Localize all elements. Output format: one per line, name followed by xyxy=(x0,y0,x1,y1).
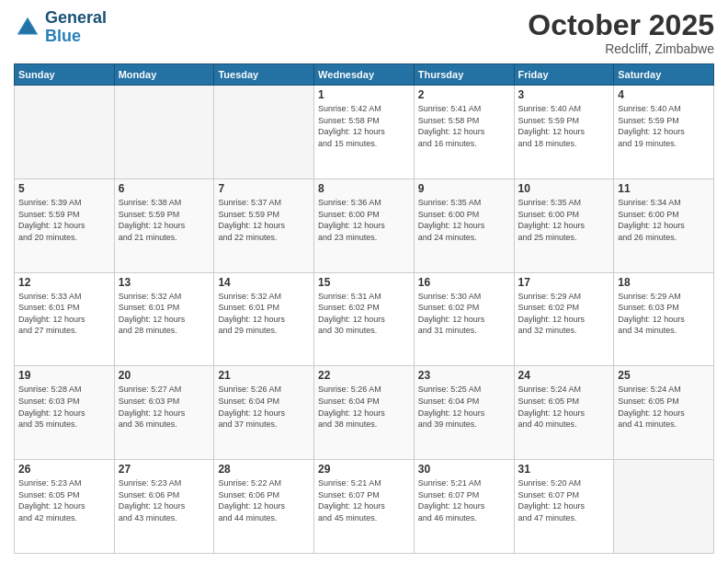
calendar-cell: 8Sunrise: 5:36 AM Sunset: 6:00 PM Daylig… xyxy=(314,178,415,272)
day-number: 11 xyxy=(618,182,710,195)
day-info: Sunrise: 5:28 AM Sunset: 6:03 PM Dayligh… xyxy=(18,384,110,430)
calendar-cell: 24Sunrise: 5:24 AM Sunset: 6:05 PM Dayli… xyxy=(514,366,614,460)
day-info: Sunrise: 5:22 AM Sunset: 6:06 PM Dayligh… xyxy=(218,477,310,523)
day-number: 13 xyxy=(119,276,210,289)
day-info: Sunrise: 5:30 AM Sunset: 6:02 PM Dayligh… xyxy=(418,291,510,337)
day-info: Sunrise: 5:42 AM Sunset: 5:58 PM Dayligh… xyxy=(318,103,410,149)
calendar-table: Sunday Monday Tuesday Wednesday Thursday… xyxy=(14,63,714,554)
day-info: Sunrise: 5:38 AM Sunset: 5:59 PM Dayligh… xyxy=(119,197,210,243)
day-number: 23 xyxy=(418,369,510,382)
calendar-cell: 12Sunrise: 5:33 AM Sunset: 6:01 PM Dayli… xyxy=(15,272,115,366)
location: Redcliff, Zimbabwe xyxy=(528,41,714,56)
day-info: Sunrise: 5:31 AM Sunset: 6:02 PM Dayligh… xyxy=(318,291,410,337)
day-number: 2 xyxy=(418,88,510,101)
day-number: 22 xyxy=(318,369,410,382)
day-number: 1 xyxy=(318,88,410,101)
header-sunday: Sunday xyxy=(15,64,115,86)
day-number: 24 xyxy=(518,369,610,382)
day-number: 5 xyxy=(18,182,110,195)
day-number: 25 xyxy=(618,369,710,382)
day-info: Sunrise: 5:24 AM Sunset: 6:05 PM Dayligh… xyxy=(618,384,710,430)
week-row-4: 19Sunrise: 5:28 AM Sunset: 6:03 PM Dayli… xyxy=(15,366,714,460)
calendar-cell: 1Sunrise: 5:42 AM Sunset: 5:58 PM Daylig… xyxy=(314,86,415,179)
day-number: 17 xyxy=(518,276,610,289)
day-number: 18 xyxy=(618,276,710,289)
day-number: 20 xyxy=(119,369,210,382)
day-info: Sunrise: 5:23 AM Sunset: 6:05 PM Dayligh… xyxy=(18,477,110,523)
day-number: 14 xyxy=(218,276,310,289)
day-number: 10 xyxy=(518,182,610,195)
day-number: 4 xyxy=(618,88,710,101)
calendar-cell: 13Sunrise: 5:32 AM Sunset: 6:01 PM Dayli… xyxy=(114,272,214,366)
day-info: Sunrise: 5:20 AM Sunset: 6:07 PM Dayligh… xyxy=(518,477,610,523)
calendar-cell: 2Sunrise: 5:41 AM Sunset: 5:58 PM Daylig… xyxy=(414,86,514,179)
logo-icon xyxy=(14,14,41,41)
header-wednesday: Wednesday xyxy=(314,64,415,86)
day-number: 29 xyxy=(318,463,410,476)
day-info: Sunrise: 5:32 AM Sunset: 6:01 PM Dayligh… xyxy=(119,291,210,337)
calendar-cell: 23Sunrise: 5:25 AM Sunset: 6:04 PM Dayli… xyxy=(414,366,514,460)
day-info: Sunrise: 5:27 AM Sunset: 6:03 PM Dayligh… xyxy=(119,384,210,430)
day-number: 31 xyxy=(518,463,610,476)
day-number: 3 xyxy=(518,88,610,101)
day-info: Sunrise: 5:29 AM Sunset: 6:03 PM Dayligh… xyxy=(618,291,710,337)
header-friday: Friday xyxy=(514,64,614,86)
day-info: Sunrise: 5:39 AM Sunset: 5:59 PM Dayligh… xyxy=(18,197,110,243)
calendar-cell: 20Sunrise: 5:27 AM Sunset: 6:03 PM Dayli… xyxy=(114,366,214,460)
day-info: Sunrise: 5:40 AM Sunset: 5:59 PM Dayligh… xyxy=(618,103,710,149)
calendar-cell xyxy=(15,86,115,179)
day-number: 6 xyxy=(119,182,210,195)
calendar-cell: 16Sunrise: 5:30 AM Sunset: 6:02 PM Dayli… xyxy=(414,272,514,366)
calendar-cell: 19Sunrise: 5:28 AM Sunset: 6:03 PM Dayli… xyxy=(15,366,115,460)
calendar-cell: 17Sunrise: 5:29 AM Sunset: 6:02 PM Dayli… xyxy=(514,272,614,366)
day-info: Sunrise: 5:33 AM Sunset: 6:01 PM Dayligh… xyxy=(18,291,110,337)
day-info: Sunrise: 5:32 AM Sunset: 6:01 PM Dayligh… xyxy=(218,291,310,337)
header-thursday: Thursday xyxy=(414,64,514,86)
calendar-cell: 9Sunrise: 5:35 AM Sunset: 6:00 PM Daylig… xyxy=(414,178,514,272)
week-row-2: 5Sunrise: 5:39 AM Sunset: 5:59 PM Daylig… xyxy=(15,178,714,272)
week-row-3: 12Sunrise: 5:33 AM Sunset: 6:01 PM Dayli… xyxy=(15,272,714,366)
day-number: 19 xyxy=(18,369,110,382)
day-info: Sunrise: 5:36 AM Sunset: 6:00 PM Dayligh… xyxy=(318,197,410,243)
week-row-5: 26Sunrise: 5:23 AM Sunset: 6:05 PM Dayli… xyxy=(15,460,714,554)
calendar-cell: 5Sunrise: 5:39 AM Sunset: 5:59 PM Daylig… xyxy=(15,178,115,272)
day-number: 27 xyxy=(119,463,210,476)
day-info: Sunrise: 5:40 AM Sunset: 5:59 PM Dayligh… xyxy=(518,103,610,149)
calendar-cell: 22Sunrise: 5:26 AM Sunset: 6:04 PM Dayli… xyxy=(314,366,415,460)
day-info: Sunrise: 5:41 AM Sunset: 5:58 PM Dayligh… xyxy=(418,103,510,149)
day-number: 30 xyxy=(418,463,510,476)
month-title: October 2025 xyxy=(528,9,714,41)
calendar-cell: 18Sunrise: 5:29 AM Sunset: 6:03 PM Dayli… xyxy=(614,272,714,366)
calendar-cell: 28Sunrise: 5:22 AM Sunset: 6:06 PM Dayli… xyxy=(214,460,314,554)
day-info: Sunrise: 5:26 AM Sunset: 6:04 PM Dayligh… xyxy=(218,384,310,430)
day-number: 28 xyxy=(218,463,310,476)
calendar-cell: 29Sunrise: 5:21 AM Sunset: 6:07 PM Dayli… xyxy=(314,460,415,554)
logo: General Blue xyxy=(14,9,107,46)
title-block: October 2025 Redcliff, Zimbabwe xyxy=(528,9,714,56)
week-row-1: 1Sunrise: 5:42 AM Sunset: 5:58 PM Daylig… xyxy=(15,86,714,179)
day-number: 26 xyxy=(18,463,110,476)
calendar-cell: 11Sunrise: 5:34 AM Sunset: 6:00 PM Dayli… xyxy=(614,178,714,272)
day-info: Sunrise: 5:25 AM Sunset: 6:04 PM Dayligh… xyxy=(418,384,510,430)
header-row: Sunday Monday Tuesday Wednesday Thursday… xyxy=(15,64,714,86)
calendar-cell: 31Sunrise: 5:20 AM Sunset: 6:07 PM Dayli… xyxy=(514,460,614,554)
calendar-cell xyxy=(614,460,714,554)
calendar-cell xyxy=(214,86,314,179)
day-number: 12 xyxy=(18,276,110,289)
day-info: Sunrise: 5:23 AM Sunset: 6:06 PM Dayligh… xyxy=(119,477,210,523)
day-info: Sunrise: 5:26 AM Sunset: 6:04 PM Dayligh… xyxy=(318,384,410,430)
header-tuesday: Tuesday xyxy=(214,64,314,86)
day-info: Sunrise: 5:37 AM Sunset: 5:59 PM Dayligh… xyxy=(218,197,310,243)
day-number: 8 xyxy=(318,182,410,195)
day-info: Sunrise: 5:21 AM Sunset: 6:07 PM Dayligh… xyxy=(418,477,510,523)
calendar-cell: 6Sunrise: 5:38 AM Sunset: 5:59 PM Daylig… xyxy=(114,178,214,272)
logo-text: General Blue xyxy=(45,9,107,46)
day-info: Sunrise: 5:35 AM Sunset: 6:00 PM Dayligh… xyxy=(518,197,610,243)
calendar-cell: 14Sunrise: 5:32 AM Sunset: 6:01 PM Dayli… xyxy=(214,272,314,366)
calendar-cell: 10Sunrise: 5:35 AM Sunset: 6:00 PM Dayli… xyxy=(514,178,614,272)
calendar-cell xyxy=(114,86,214,179)
calendar-cell: 21Sunrise: 5:26 AM Sunset: 6:04 PM Dayli… xyxy=(214,366,314,460)
day-number: 7 xyxy=(218,182,310,195)
page-header: General Blue October 2025 Redcliff, Zimb… xyxy=(14,9,714,56)
calendar-cell: 3Sunrise: 5:40 AM Sunset: 5:59 PM Daylig… xyxy=(514,86,614,179)
